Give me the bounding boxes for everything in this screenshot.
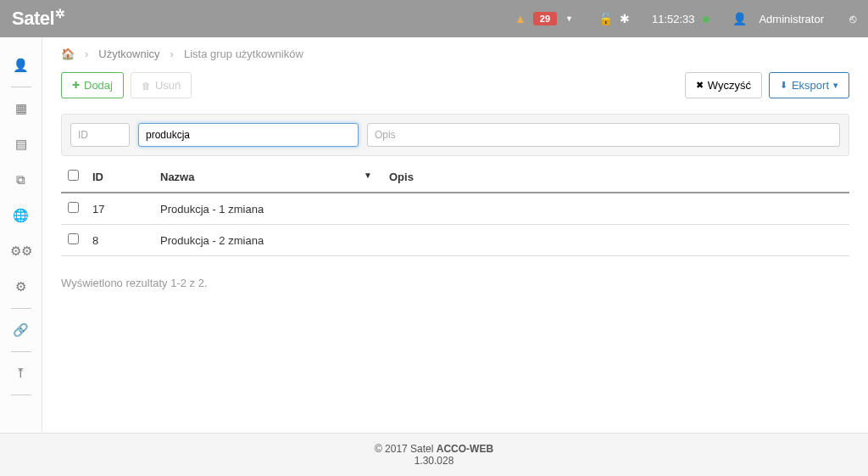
breadcrumb: 🏠 › Użytkownicy › Lista grup użytkownikó…	[61, 48, 849, 60]
topbar-right: ▲ 29 ▼ 🔓 ✱ 11:52:33 ● 👤 Administrator ⎋	[515, 10, 856, 28]
select-all-cell	[61, 161, 86, 193]
plus-icon: ✚	[72, 80, 80, 91]
add-button[interactable]: ✚ Dodaj	[61, 72, 124, 98]
table-header-row: ID Nazwa ▼ Opis	[61, 161, 849, 193]
filter-opis-input[interactable]	[367, 123, 840, 147]
footer-prefix: © 2017 Satel	[375, 443, 437, 455]
column-header-name[interactable]: Nazwa ▼	[153, 161, 382, 193]
footer-version: 1.30.028	[415, 455, 454, 467]
sidebar-item-cogs[interactable]: ⚙⚙	[0, 233, 42, 269]
export-button[interactable]: ⬇ Eksport ▾	[769, 72, 849, 98]
warning-icon[interactable]: ▲	[515, 12, 526, 25]
sidebar: 👤 ▦ ▤ ⧉ 🌐 ⚙⚙ ⚙ 🔗 ⤒	[0, 37, 42, 433]
footer: © 2017 Satel ACCO-WEB 1.30.028	[0, 433, 868, 476]
cell-opis	[382, 225, 849, 256]
cell-id: 17	[86, 193, 153, 225]
sort-desc-icon: ▼	[364, 171, 372, 180]
results-summary: Wyświetlono rezultaty 1-2 z 2.	[61, 277, 849, 289]
column-label: Nazwa	[160, 171, 194, 183]
user-icon: 👤	[732, 12, 747, 25]
breadcrumb-current: Lista grup użytkowników	[184, 48, 303, 60]
divider	[11, 395, 31, 395]
sidebar-item-document[interactable]: ▤	[0, 126, 42, 162]
export-button-label: Eksport	[792, 79, 829, 92]
alert-badge[interactable]: 29	[533, 12, 557, 25]
filter-name-input[interactable]	[138, 123, 359, 147]
gear-icon: ✲	[55, 7, 65, 20]
filter-row	[61, 114, 849, 156]
table-row[interactable]: 17 Produkcja - 1 zmiana	[61, 193, 849, 225]
cell-id: 8	[86, 225, 153, 256]
calendar-icon: ▦	[15, 101, 27, 116]
breadcrumb-separator: ›	[170, 48, 174, 60]
logo: Satel✲	[12, 8, 65, 30]
trash-icon: 🗑	[142, 81, 151, 91]
user-icon: 👤	[13, 58, 29, 73]
column-header-id[interactable]: ID	[86, 161, 153, 193]
sidebar-item-calendar[interactable]: ▦	[0, 91, 42, 126]
sidebar-item-settings[interactable]: ⚙	[0, 269, 42, 305]
unlock-icon[interactable]: 🔓	[598, 12, 613, 25]
home-icon[interactable]: 🏠	[61, 48, 75, 60]
add-button-label: Dodaj	[84, 79, 113, 92]
column-label: Opis	[389, 171, 414, 183]
cogs-icon: ⚙⚙	[10, 244, 32, 259]
sidebar-item-upload[interactable]: ⤒	[0, 356, 42, 391]
link-icon: 🔗	[13, 322, 29, 338]
breadcrumb-separator: ›	[85, 48, 88, 60]
clear-button-label: Wyczyść	[708, 79, 751, 92]
delete-button-label: Usuń	[155, 79, 181, 92]
main-content: 🏠 › Użytkownicy › Lista grup użytkownikó…	[42, 37, 868, 433]
row-checkbox[interactable]	[68, 202, 79, 213]
data-table: ID Nazwa ▼ Opis 17 Produkcja - 1 zmiana	[61, 161, 849, 256]
topbar: Satel✲ ▲ 29 ▼ 🔓 ✱ 11:52:33 ● 👤 Administr…	[0, 0, 868, 37]
gear-icon: ⚙	[15, 279, 26, 294]
action-bar: ✚ Dodaj 🗑 Usuń ✖ Wyczyść ⬇ Eksport ▾	[61, 72, 849, 98]
footer-copyright: © 2017 Satel ACCO-WEB	[375, 443, 493, 455]
cell-name: Produkcja - 1 zmiana	[153, 193, 382, 225]
document-icon: ▤	[15, 137, 27, 152]
column-label: ID	[92, 171, 103, 183]
delete-button: 🗑 Usuń	[131, 72, 192, 98]
row-checkbox[interactable]	[68, 233, 79, 244]
divider	[11, 351, 31, 352]
clear-button[interactable]: ✖ Wyczyść	[685, 72, 762, 98]
table-row[interactable]: 8 Produkcja - 2 zmiana	[61, 225, 849, 256]
download-icon: ⬇	[780, 80, 787, 91]
divider	[11, 308, 31, 309]
cell-opis	[382, 193, 849, 225]
logo-text: Satel	[12, 8, 54, 30]
select-all-checkbox[interactable]	[68, 170, 79, 181]
close-icon: ✖	[696, 80, 704, 91]
cell-name: Produkcja - 2 zmiana	[153, 225, 382, 256]
footer-product: ACCO-WEB	[437, 443, 493, 455]
sidebar-item-copy[interactable]: ⧉	[0, 162, 42, 198]
sidebar-item-globe[interactable]: 🌐	[0, 198, 42, 233]
caret-down-icon: ▾	[833, 80, 838, 91]
sidebar-item-users[interactable]: 👤	[0, 48, 42, 83]
breadcrumb-users[interactable]: Użytkownicy	[98, 48, 159, 60]
chevron-down-icon[interactable]: ▼	[565, 14, 573, 23]
status-dot-icon: ●	[702, 10, 711, 28]
filter-id-input[interactable]	[70, 123, 130, 147]
divider	[11, 87, 31, 87]
clock-time: 11:52:33	[652, 13, 695, 25]
logout-icon[interactable]: ⎋	[849, 12, 856, 25]
copy-icon: ⧉	[16, 172, 25, 188]
globe-icon: 🌐	[13, 208, 29, 223]
sidebar-item-link[interactable]: 🔗	[0, 312, 42, 348]
username-label[interactable]: Administrator	[759, 13, 824, 25]
column-header-opis[interactable]: Opis	[382, 161, 849, 193]
upload-icon: ⤒	[15, 366, 26, 381]
asterisk-icon[interactable]: ✱	[620, 12, 630, 25]
